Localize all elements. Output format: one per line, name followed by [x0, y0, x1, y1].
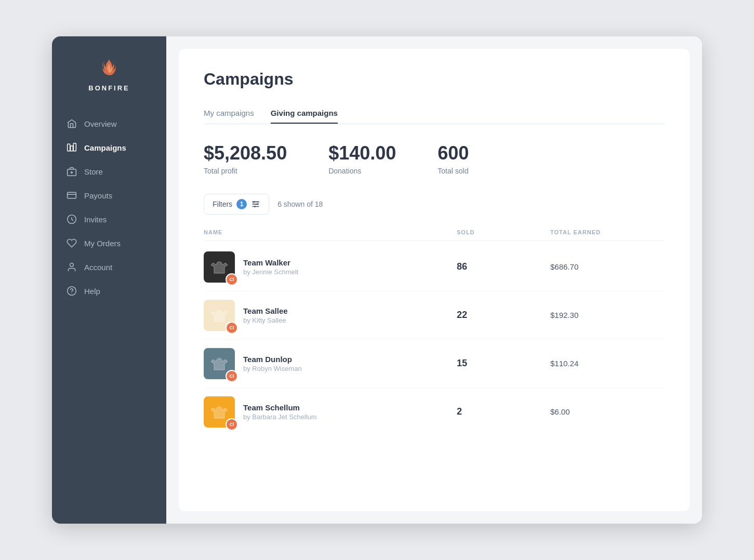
svg-point-21 [254, 206, 256, 207]
campaign-thumbnail: Cl [204, 396, 235, 428]
tab-my-campaigns[interactable]: My campaigns [204, 103, 254, 124]
sidebar-nav: Overview Campaigns Store P [52, 106, 166, 524]
campaign-name: Team Walker [243, 258, 298, 267]
account-icon [67, 262, 77, 272]
campaign-name: Team Sallee [243, 306, 288, 315]
campaign-info: Team Walker by Jennie Schmelt [243, 258, 298, 276]
sidebar-item-campaigns[interactable]: Campaigns [52, 136, 166, 159]
svg-point-9 [70, 263, 74, 267]
stat-total-sold-label: Total sold [438, 167, 469, 175]
campaign-by: by Robyn Wiseman [243, 365, 302, 372]
svg-point-20 [257, 203, 258, 205]
campaign-sold: 2 [457, 406, 550, 417]
svg-rect-1 [71, 146, 73, 151]
campaign-cell: Cl Team Dunlop by Robyn Wiseman [204, 348, 457, 379]
sidebar-item-account-label: Account [84, 263, 112, 272]
stat-total-profit-value: $5,208.50 [204, 143, 287, 164]
sidebar-item-help[interactable]: Help [52, 279, 166, 303]
campaign-name: Team Dunlop [243, 355, 302, 364]
campaign-thumbnail: Cl [204, 348, 235, 379]
campaign-cell: Cl Team Sallee by Kitty Sallee [204, 300, 457, 331]
campaign-by: by Kitty Sallee [243, 316, 288, 324]
stat-donations: $140.00 Donations [328, 143, 396, 175]
store-icon [67, 166, 77, 177]
header-sold: SOLD [457, 229, 550, 235]
sidebar-item-help-label: Help [84, 287, 100, 296]
filter-badge: 1 [236, 199, 247, 209]
filter-icon [251, 199, 260, 209]
main-inner: Campaigns My campaigns Giving campaigns … [179, 49, 690, 511]
campaign-earned: $686.70 [550, 262, 665, 271]
svg-point-19 [254, 201, 255, 203]
tab-giving-campaigns[interactable]: Giving campaigns [271, 103, 338, 124]
app-container: BONFIRE Overview Campaigns [52, 36, 702, 524]
header-total-earned: TOTAL EARNED [550, 229, 665, 235]
sidebar-item-invites-label: Invites [84, 215, 107, 224]
sidebar-item-payouts[interactable]: Payouts [52, 183, 166, 207]
filter-button[interactable]: Filters 1 [204, 194, 269, 215]
header-name: NAME [204, 229, 457, 235]
home-icon [67, 118, 77, 129]
campaign-cell: Cl Team Walker by Jennie Schmelt [204, 251, 457, 283]
table-header: NAME SOLD TOTAL EARNED [204, 229, 665, 241]
stat-total-sold-value: 600 [438, 143, 469, 164]
campaign-sold: 86 [457, 261, 550, 272]
sidebar-item-store-label: Store [84, 167, 103, 176]
campaign-thumbnail: Cl [204, 251, 235, 283]
filter-label: Filters [213, 200, 232, 208]
sidebar-item-invites[interactable]: Invites [52, 207, 166, 231]
tshirt-icon [210, 306, 229, 325]
tabs-container: My campaigns Giving campaigns [204, 103, 665, 124]
sidebar-item-overview[interactable]: Overview [52, 112, 166, 136]
campaign-cell: Cl Team Schellum by Barbara Jet Schellum [204, 396, 457, 428]
campaign-by: by Jennie Schmelt [243, 268, 298, 276]
campaign-info: Team Dunlop by Robyn Wiseman [243, 355, 302, 372]
payouts-icon [67, 190, 77, 201]
campaign-earned: $192.30 [550, 311, 665, 319]
sidebar-item-my-orders[interactable]: My Orders [52, 231, 166, 255]
sidebar-logo: BONFIRE [52, 36, 166, 106]
filters-bar: Filters 1 [204, 194, 665, 215]
stats-row: $5,208.50 Total profit $140.00 Donations… [204, 143, 665, 175]
svg-rect-2 [73, 143, 76, 151]
tshirt-icon [210, 403, 229, 421]
svg-rect-6 [68, 192, 76, 198]
tshirt-icon [210, 354, 229, 373]
table-row[interactable]: Cl Team Sallee by Kitty Sallee 22 $192.3… [204, 291, 665, 340]
filter-count: 6 shown of 18 [277, 200, 323, 208]
my-orders-icon [67, 238, 77, 248]
stat-donations-label: Donations [328, 167, 396, 175]
svg-rect-0 [68, 144, 70, 151]
table-row[interactable]: Cl Team Dunlop by Robyn Wiseman 15 $110.… [204, 340, 665, 388]
bonfire-logo-icon [97, 55, 122, 80]
campaign-avatar: Cl [226, 418, 238, 431]
stat-donations-value: $140.00 [328, 143, 396, 164]
sidebar-item-store[interactable]: Store [52, 159, 166, 183]
campaign-info: Team Schellum by Barbara Jet Schellum [243, 403, 317, 421]
campaign-avatar: Cl [226, 322, 238, 334]
table-body: Cl Team Walker by Jennie Schmelt 86 $686… [204, 243, 665, 436]
campaign-thumbnail: Cl [204, 300, 235, 331]
sidebar-item-payouts-label: Payouts [84, 191, 112, 200]
table-row[interactable]: Cl Team Schellum by Barbara Jet Schellum… [204, 388, 665, 436]
table-row[interactable]: Cl Team Walker by Jennie Schmelt 86 $686… [204, 243, 665, 291]
campaign-avatar: Cl [226, 370, 238, 382]
stat-total-profit: $5,208.50 Total profit [204, 143, 287, 175]
campaign-earned: $110.24 [550, 359, 665, 368]
campaign-sold: 15 [457, 358, 550, 369]
tshirt-icon [210, 258, 229, 276]
stat-total-profit-label: Total profit [204, 167, 287, 175]
svg-point-10 [68, 287, 76, 296]
campaign-name: Team Schellum [243, 403, 317, 412]
campaign-info: Team Sallee by Kitty Sallee [243, 306, 288, 324]
invites-icon [67, 214, 77, 224]
sidebar-item-overview-label: Overview [84, 119, 117, 128]
sidebar-item-account[interactable]: Account [52, 255, 166, 279]
campaign-earned: $6.00 [550, 407, 665, 416]
stat-total-sold: 600 Total sold [438, 143, 469, 175]
main-content: Campaigns My campaigns Giving campaigns … [166, 36, 702, 524]
campaigns-icon [67, 142, 77, 153]
help-icon [67, 286, 77, 296]
page-title: Campaigns [204, 70, 665, 89]
campaign-by: by Barbara Jet Schellum [243, 413, 317, 421]
